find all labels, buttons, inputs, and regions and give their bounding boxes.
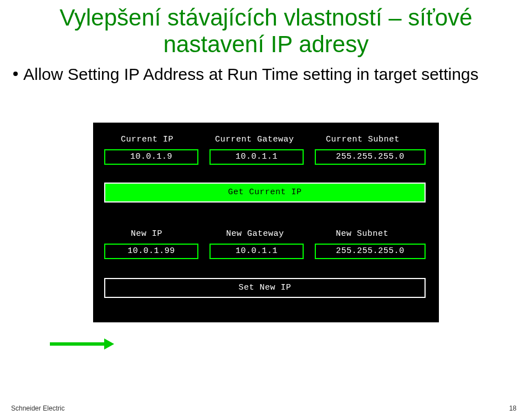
label-new-subnet: New Subnet <box>336 229 388 239</box>
label-current-ip: Current IP <box>121 135 173 144</box>
field-new-ip[interactable]: 10.0.1.99 <box>104 244 198 259</box>
hmi-panel: Current IP Current Gateway Current Subne… <box>93 123 439 322</box>
arrow-head-icon <box>104 338 114 350</box>
arrow-annotation <box>50 338 116 350</box>
set-new-ip-button[interactable]: Set New IP <box>104 278 426 298</box>
label-current-subnet: Current Subnet <box>326 135 400 144</box>
footer-brand: Schneider Electric <box>11 404 65 412</box>
title-line-1: Vylepšení stávajících vlastností – síťov… <box>60 4 473 31</box>
bullet-dot-icon <box>13 72 18 76</box>
set-new-ip-button-label: Set New IP <box>238 283 291 292</box>
get-current-ip-button-label: Get Current IP <box>228 188 301 197</box>
get-current-ip-button[interactable]: Get Current IP <box>104 183 426 203</box>
arrow-shaft-icon <box>50 342 105 346</box>
field-current-gateway: 10.0.1.1 <box>209 149 304 165</box>
field-current-subnet: 255.255.255.0 <box>315 149 426 165</box>
title-line-2: nastavení IP adresy <box>163 31 369 57</box>
label-current-gateway: Current Gateway <box>215 135 294 144</box>
field-new-gateway[interactable]: 10.0.1.1 <box>209 244 304 259</box>
slide-title: Vylepšení stávajících vlastností – síťov… <box>22 4 510 58</box>
field-current-ip: 10.0.1.9 <box>104 149 198 165</box>
bullet-line: Allow Setting IP Address at Run Time set… <box>11 65 532 84</box>
label-new-ip: New IP <box>131 229 162 239</box>
field-new-subnet[interactable]: 255.255.255.0 <box>315 244 426 259</box>
bullet-text: Allow Setting IP Address at Run Time set… <box>23 65 479 83</box>
label-new-gateway: New Gateway <box>226 229 284 239</box>
footer-page-number: 18 <box>509 404 516 412</box>
